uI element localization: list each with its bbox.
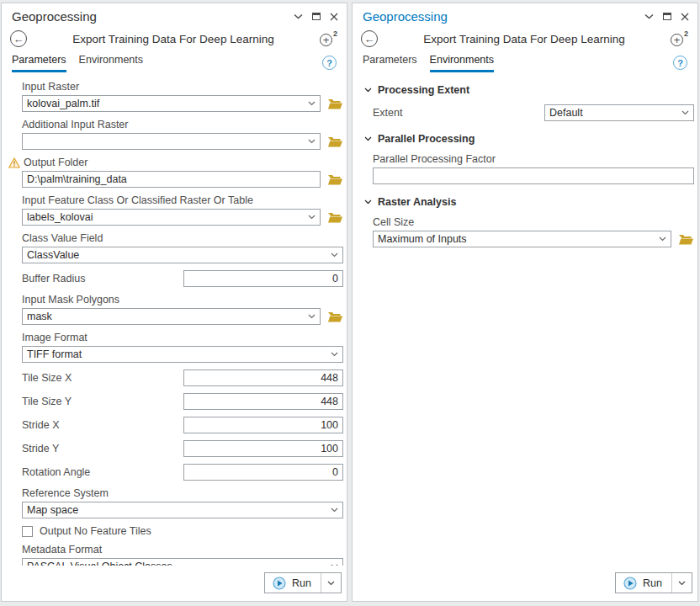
tab-bar: Parameters Environments ? bbox=[353, 50, 697, 72]
tile-size-y-input[interactable]: 448 bbox=[183, 393, 343, 410]
field-label: Output Folder bbox=[24, 157, 88, 168]
additional-input-raster-combobox[interactable] bbox=[22, 133, 321, 150]
panel-footer: Run bbox=[353, 566, 697, 601]
chevron-down-icon bbox=[308, 215, 320, 220]
chevron-down-icon bbox=[308, 139, 320, 144]
tab-bar: Parameters Environments ? bbox=[2, 50, 347, 72]
run-play-icon bbox=[273, 577, 286, 590]
close-icon[interactable] bbox=[330, 13, 338, 21]
environments-count-badge[interactable]: + 2 bbox=[671, 30, 689, 47]
chevron-down-icon[interactable] bbox=[294, 13, 303, 19]
chevron-down-icon bbox=[678, 581, 686, 586]
panel-title: Geoprocessing bbox=[363, 9, 644, 24]
chevron-down-icon[interactable] bbox=[644, 13, 654, 19]
parallel-processing-factor-input[interactable] bbox=[373, 167, 694, 184]
field-label: Additional Input Raster bbox=[22, 119, 343, 130]
parameters-form: Input Raster kolovai_palm.tif Additional… bbox=[2, 72, 347, 566]
browse-folder-button[interactable] bbox=[327, 173, 343, 186]
run-button-group: Run bbox=[615, 572, 692, 593]
run-button[interactable]: Run bbox=[265, 573, 321, 593]
question-icon: ? bbox=[677, 58, 683, 68]
badge-count: 2 bbox=[333, 29, 337, 38]
field-label: Cell Size bbox=[373, 216, 694, 228]
section-title: Parallel Processing bbox=[378, 133, 475, 145]
field-label: Buffer Radius bbox=[22, 273, 183, 284]
help-button[interactable]: ? bbox=[322, 56, 337, 70]
collapse-chevron-icon bbox=[364, 88, 372, 93]
combobox-value: kolovai_palm.tif bbox=[23, 98, 308, 109]
warning-icon bbox=[8, 157, 20, 168]
field-label: Extent bbox=[373, 107, 544, 119]
folder-icon bbox=[327, 173, 343, 186]
collapse-chevron-icon bbox=[364, 199, 372, 205]
output-folder-input[interactable]: D:\palm\training_data bbox=[22, 171, 321, 188]
folder-icon bbox=[327, 211, 343, 224]
back-arrow-icon: ← bbox=[13, 34, 24, 45]
help-button[interactable]: ? bbox=[673, 56, 687, 70]
browse-folder-button[interactable] bbox=[327, 311, 343, 323]
tab-environments[interactable]: Environments bbox=[430, 54, 494, 72]
geoprocessing-panel-environments: Geoprocessing ← Export Training Data For… bbox=[352, 3, 698, 602]
run-label: Run bbox=[292, 577, 311, 589]
badge-count: 2 bbox=[684, 29, 688, 38]
combobox-value: Map space bbox=[23, 504, 331, 516]
reference-system-combobox[interactable]: Map space bbox=[22, 502, 343, 518]
output-no-feature-tiles-checkbox[interactable] bbox=[22, 526, 33, 537]
extent-combobox[interactable]: Default bbox=[544, 104, 694, 121]
back-arrow-icon: ← bbox=[364, 34, 375, 45]
tab-environments[interactable]: Environments bbox=[79, 54, 143, 72]
field-label: Input Mask Polygons bbox=[22, 294, 343, 306]
run-dropdown-button[interactable] bbox=[672, 573, 692, 593]
combobox-value: labels_kolovai bbox=[23, 211, 308, 223]
geoprocessing-panel-parameters: Geoprocessing ← Export Training Data For… bbox=[1, 3, 347, 602]
run-button[interactable]: Run bbox=[616, 573, 671, 593]
browse-folder-button[interactable] bbox=[327, 136, 343, 148]
field-label: Class Value Field bbox=[22, 232, 343, 244]
tool-header: ← Export Training Data For Deep Learning… bbox=[353, 25, 697, 50]
tab-parameters[interactable]: Parameters bbox=[363, 54, 417, 72]
run-dropdown-button[interactable] bbox=[321, 573, 341, 593]
back-button[interactable]: ← bbox=[10, 30, 27, 47]
browse-folder-button[interactable] bbox=[327, 98, 343, 110]
run-play-icon bbox=[623, 577, 637, 590]
tool-title: Export Training Data For Deep Learning bbox=[378, 33, 671, 45]
combobox-value: mask bbox=[23, 311, 308, 322]
class-value-field-combobox[interactable]: ClassValue bbox=[22, 247, 343, 263]
chevron-down-icon bbox=[681, 110, 693, 115]
input-raster-combobox[interactable]: kolovai_palm.tif bbox=[22, 95, 321, 112]
browse-folder-button[interactable] bbox=[678, 233, 694, 246]
folder-icon bbox=[327, 136, 343, 148]
collapse-chevron-icon bbox=[364, 136, 372, 141]
close-icon[interactable] bbox=[681, 13, 689, 21]
folder-icon bbox=[327, 98, 343, 110]
panel-titlebar: Geoprocessing bbox=[353, 3, 697, 25]
dock-icon[interactable] bbox=[312, 13, 321, 20]
dock-icon[interactable] bbox=[663, 13, 671, 20]
image-format-combobox[interactable]: TIFF format bbox=[22, 346, 343, 363]
stride-x-input[interactable]: 100 bbox=[183, 417, 343, 433]
environments-count-badge[interactable]: + 2 bbox=[320, 30, 338, 47]
chevron-down-icon bbox=[331, 508, 342, 513]
run-button-group: Run bbox=[264, 572, 342, 593]
section-parallel-processing[interactable]: Parallel Processing bbox=[364, 133, 694, 145]
section-title: Raster Analysis bbox=[378, 196, 456, 208]
tile-size-x-input[interactable]: 448 bbox=[183, 369, 343, 386]
input-feature-class-combobox[interactable]: labels_kolovai bbox=[22, 209, 321, 226]
plus-circle-icon: + bbox=[671, 34, 683, 46]
rotation-angle-input[interactable]: 0 bbox=[183, 464, 343, 481]
chevron-down-icon bbox=[327, 581, 335, 586]
back-button[interactable]: ← bbox=[361, 30, 378, 47]
field-label: Tile Size Y bbox=[22, 396, 183, 407]
cell-size-combobox[interactable]: Maximum of Inputs bbox=[373, 231, 671, 247]
tab-parameters[interactable]: Parameters bbox=[12, 54, 66, 72]
section-processing-extent[interactable]: Processing Extent bbox=[364, 84, 694, 96]
environments-form: Processing Extent Extent Default Paralle… bbox=[353, 72, 697, 566]
section-raster-analysis[interactable]: Raster Analysis bbox=[364, 196, 694, 208]
metadata-format-combobox[interactable]: PASCAL Visual Object Classes bbox=[22, 558, 343, 566]
browse-folder-button[interactable] bbox=[327, 211, 343, 224]
input-mask-polygons-combobox[interactable]: mask bbox=[22, 308, 321, 325]
buffer-radius-input[interactable]: 0 bbox=[183, 270, 343, 287]
folder-icon bbox=[327, 311, 343, 323]
stride-y-input[interactable]: 100 bbox=[183, 440, 343, 457]
panel-titlebar: Geoprocessing bbox=[2, 3, 347, 25]
